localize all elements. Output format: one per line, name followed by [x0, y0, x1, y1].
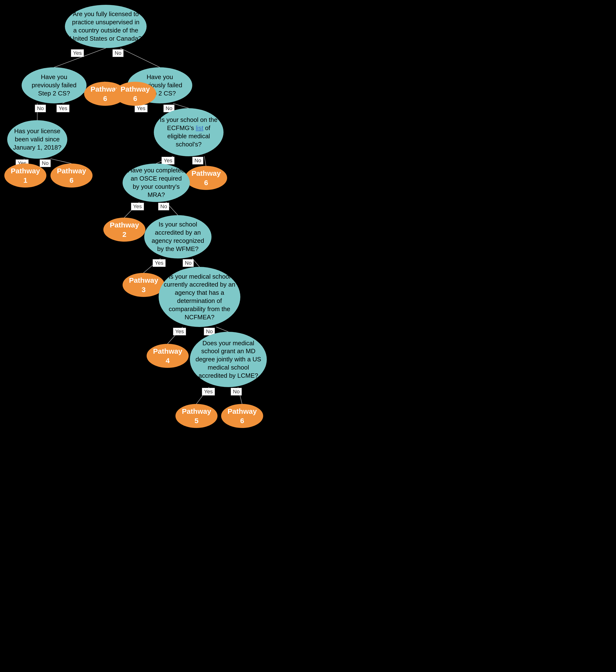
yes-failed-no-label: No	[35, 105, 46, 112]
root-question-text: Are you fully licensed to practice unsup…	[70, 10, 142, 43]
ncfmea-text: Is your medical school currently accredi…	[163, 273, 236, 321]
wfme-yes-label: Yes	[153, 259, 166, 267]
pathway-2-node: Pathway 2	[103, 217, 145, 242]
pathway-6a-node: Pathway 6	[50, 163, 93, 187]
ncfmea-yes-label: Yes	[173, 328, 186, 335]
root-question-node: Are you fully licensed to practice unsup…	[65, 5, 147, 48]
yes-failed-step2-text: Have you previously failed Step 2 CS?	[26, 73, 82, 97]
pathway-6d-node: Pathway 6	[185, 166, 227, 190]
pathway-6e-node: Pathway 6	[221, 404, 263, 428]
wfme-no-label: No	[183, 259, 194, 267]
ecfmg-yes-label: Yes	[162, 157, 174, 164]
osce-no-label: No	[158, 203, 169, 210]
license-valid-node: Has your license been valid since Januar…	[7, 120, 67, 159]
yes-failed-yes-label: Yes	[56, 105, 69, 112]
svg-line-1	[120, 48, 160, 67]
license-valid-text: Has your license been valid since Januar…	[12, 127, 62, 151]
osce-node: Have you completed an OSCE required by y…	[123, 163, 190, 202]
pathway-6c-node: Pathway 6	[114, 82, 156, 106]
ecfmg-no-label: No	[192, 157, 203, 164]
pathway-4-node: Pathway 4	[147, 344, 189, 368]
root-yes-label: Yes	[71, 49, 84, 57]
svg-line-5	[50, 159, 71, 163]
pathway-1-node: Pathway 1	[4, 163, 46, 187]
pathway-5-node: Pathway 5	[175, 404, 218, 428]
lcme-node: Does your medical school grant an MD deg…	[190, 332, 267, 387]
ecfmg-list-link[interactable]: list	[196, 124, 203, 131]
svg-line-15	[216, 327, 228, 332]
wfme-text: Is your school accredited by an agency r…	[149, 220, 207, 253]
ncfmea-node: Is your medical school currently accredi…	[159, 267, 240, 327]
lcme-text: Does your medical school grant an MD deg…	[195, 339, 262, 380]
root-no-label: No	[112, 49, 124, 57]
svg-line-7	[173, 103, 189, 108]
ecfmg-school-node: Is your school on the ECFMG's list of el…	[154, 108, 224, 156]
osce-yes-label: Yes	[131, 203, 144, 210]
flowchart: Are you fully licensed to practice unsup…	[0, 0, 616, 672]
yes-failed-step2-node: Have you previously failed Step 2 CS?	[22, 67, 87, 103]
ecfmg-school-text: Is your school on the ECFMG's list of el…	[159, 116, 219, 148]
wfme-node: Is your school accredited by an agency r…	[144, 215, 212, 258]
lcme-no-label: No	[231, 388, 242, 396]
lcme-yes-label: Yes	[202, 388, 215, 396]
svg-line-9	[204, 156, 206, 166]
osce-text: Have you completed an OSCE required by y…	[127, 166, 185, 199]
pathway-3-node: Pathway 3	[123, 273, 165, 297]
